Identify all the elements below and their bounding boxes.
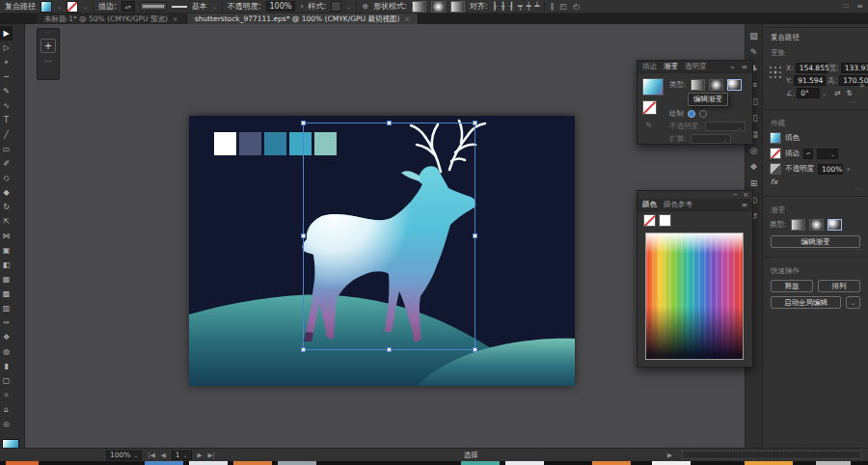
- horizontal-scrollbar[interactable]: [682, 451, 861, 459]
- curvature-tool[interactable]: ∿: [0, 98, 13, 113]
- opacity-input[interactable]: 100%: [818, 164, 843, 175]
- artboard-tool[interactable]: ▢: [0, 373, 13, 388]
- artwork-swatch-steel-blue[interactable]: [264, 132, 286, 155]
- align-right-icon[interactable]: ┨: [509, 2, 514, 11]
- workspace-icon[interactable]: ∷: [844, 2, 849, 11]
- align-center-icon[interactable]: ╂: [501, 2, 505, 11]
- graphic-styles-panel-icon[interactable]: ❖: [749, 162, 757, 172]
- lasso-tool[interactable]: ∽: [0, 69, 13, 84]
- blend-tool[interactable]: ❖: [0, 330, 13, 344]
- previous-artboard-icon[interactable]: ◀: [161, 451, 166, 459]
- swatches-panel-icon[interactable]: ▨: [749, 31, 758, 41]
- more-options-icon[interactable]: ⋯: [763, 248, 868, 253]
- color-spectrum[interactable]: [645, 232, 744, 360]
- taskbar-window[interactable]: [461, 461, 500, 465]
- taskbar-window[interactable]: [233, 461, 272, 465]
- artboard[interactable]: [189, 116, 575, 386]
- linear-gradient-button[interactable]: [791, 219, 805, 231]
- taskbar-start-logo[interactable]: [6, 461, 39, 465]
- paintbrush-tool[interactable]: ✐: [0, 156, 13, 171]
- align-panel-icon[interactable]: ⊞: [750, 178, 758, 188]
- appearance-panel-icon[interactable]: ◎: [750, 146, 758, 155]
- scale-tool[interactable]: ⇱: [0, 214, 13, 229]
- add-tool-button[interactable]: +: [41, 39, 56, 53]
- flip-vertical-icon[interactable]: ⇅: [847, 89, 853, 97]
- radial-gradient-button[interactable]: [709, 79, 723, 91]
- direct-selection-tool[interactable]: ▷: [0, 41, 13, 55]
- draw-points-radio[interactable]: [688, 110, 695, 118]
- first-artboard-icon[interactable]: |◀: [148, 451, 154, 459]
- rectangle-tool[interactable]: ▭: [0, 142, 13, 156]
- hand-tool[interactable]: ⌂: [0, 402, 13, 417]
- symbol-sprayer-tool[interactable]: ◍: [0, 344, 13, 359]
- gradient-stroke-thumbnail[interactable]: [642, 100, 657, 115]
- opacity-input[interactable]: 100%: [266, 1, 296, 12]
- panel-menu-icon[interactable]: ≡: [742, 201, 747, 209]
- more-tools-button[interactable]: ⋯: [38, 57, 59, 66]
- free-transform-tool[interactable]: ▣: [0, 243, 13, 258]
- flip-horizontal-icon[interactable]: ⇄: [834, 89, 840, 97]
- shape-mode-minus-button[interactable]: [431, 1, 446, 13]
- start-global-edit-button[interactable]: 启动全局编辑: [771, 296, 841, 309]
- opacity-more-icon[interactable]: ›: [847, 165, 850, 174]
- brushes-panel-icon[interactable]: ✎: [750, 47, 758, 57]
- drag-grip-icon[interactable]: ··: [38, 29, 59, 37]
- artwork-swatch-white[interactable]: [214, 132, 236, 155]
- brush-definition-menu[interactable]: [140, 2, 167, 11]
- more-options-icon[interactable]: ⋯: [763, 187, 868, 192]
- tab-color-guide[interactable]: 颜色参考: [664, 200, 692, 209]
- linear-gradient-button[interactable]: [691, 79, 705, 91]
- eyedropper-tool[interactable]: ✑: [0, 315, 13, 330]
- close-icon[interactable]: ×: [173, 15, 178, 23]
- opacity-icon[interactable]: [770, 163, 781, 175]
- chevron-down-icon[interactable]: ⌄: [822, 90, 827, 96]
- gradient-tool[interactable]: ▥: [0, 301, 13, 315]
- tab-transparency[interactable]: 透明度: [685, 62, 707, 71]
- zoom-tool[interactable]: ◎: [0, 417, 13, 431]
- type-tool[interactable]: T: [0, 113, 13, 127]
- panel-menu-icon[interactable]: ≡: [742, 63, 747, 71]
- global-edit-dropdown[interactable]: ⌄: [846, 296, 860, 309]
- close-icon[interactable]: ×: [404, 15, 410, 23]
- arrange-icon[interactable]: ◰: [559, 2, 567, 11]
- fill-swatch[interactable]: [770, 132, 781, 144]
- taskbar-window[interactable]: [189, 461, 228, 465]
- scroll-right-icon[interactable]: ▶: [667, 451, 672, 459]
- reference-point-locator[interactable]: [769, 66, 782, 79]
- gradient-opacity-combo[interactable]: ⌄: [705, 122, 746, 131]
- rotate-input[interactable]: 0°: [797, 88, 820, 98]
- zoom-level-select[interactable]: 100% ⌄: [106, 451, 142, 460]
- artwork-swatch-seafoam[interactable]: [314, 132, 337, 155]
- tab-gradient[interactable]: 渐变: [664, 62, 678, 71]
- column-graph-tool[interactable]: ▮: [0, 359, 13, 373]
- width-input[interactable]: 133.930: [841, 63, 868, 73]
- align-middle-icon[interactable]: ┿: [527, 2, 531, 11]
- stroke-color-swatch[interactable]: [67, 1, 78, 13]
- artwork-swatch-cyan[interactable]: [289, 132, 312, 155]
- align-left-icon[interactable]: ┠: [492, 2, 497, 11]
- align-bottom-icon[interactable]: ┷: [535, 2, 540, 11]
- distribute-icon[interactable]: ∥: [550, 2, 554, 11]
- perspective-grid-tool[interactable]: ▦: [0, 272, 13, 287]
- magic-wand-tool[interactable]: ⌖: [0, 55, 13, 69]
- style-swatch[interactable]: [331, 1, 341, 12]
- width-tool[interactable]: ⋈: [0, 229, 13, 243]
- taskbar-window[interactable]: [145, 461, 183, 465]
- eraser-tool[interactable]: ◆: [0, 185, 13, 200]
- taskbar-window[interactable]: [652, 461, 691, 465]
- align-top-icon[interactable]: ┯: [518, 2, 523, 11]
- transform-icon[interactable]: ◴: [573, 2, 580, 11]
- stroke-unit-combo[interactable]: ⌄: [817, 149, 838, 159]
- pen-tool[interactable]: ✎: [0, 84, 13, 98]
- expand-icon[interactable]: »: [730, 63, 735, 71]
- selection-tool[interactable]: ▶: [0, 26, 13, 41]
- pencil-tool[interactable]: ◇: [0, 171, 13, 185]
- taskbar-window[interactable]: [505, 461, 544, 465]
- freeform-gradient-button[interactable]: [827, 219, 842, 231]
- taskbar-window[interactable]: [745, 461, 793, 465]
- stroke-weight-stepper[interactable]: ▴▾: [122, 1, 135, 12]
- next-artboard-icon[interactable]: ▶: [198, 451, 203, 459]
- last-artboard-icon[interactable]: ▶|: [208, 451, 215, 459]
- artboard-number-select[interactable]: 1 ⌄: [172, 451, 192, 460]
- document-setup-icon[interactable]: ⊕: [362, 2, 368, 11]
